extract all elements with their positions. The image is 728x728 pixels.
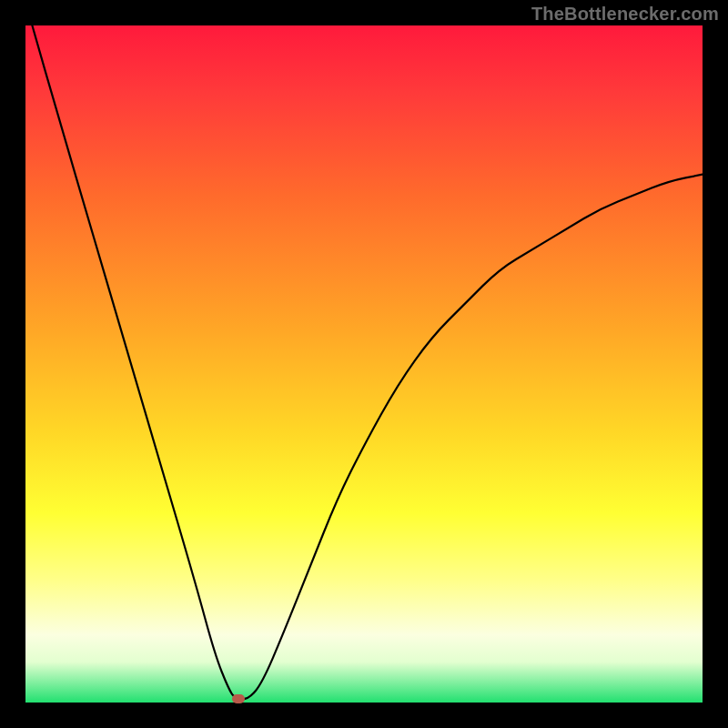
chart-plot-area bbox=[25, 25, 703, 703]
bottleneck-curve bbox=[25, 25, 703, 703]
optimal-point-marker bbox=[232, 694, 245, 703]
watermark-text: TheBottlenecker.com bbox=[531, 4, 719, 25]
